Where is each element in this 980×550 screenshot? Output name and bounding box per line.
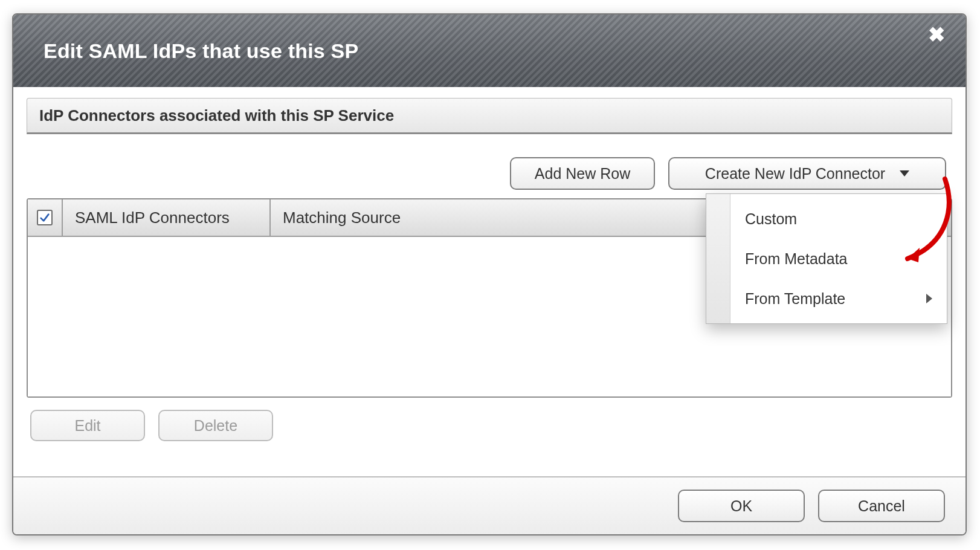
table-header-select-all[interactable] — [28, 199, 63, 236]
cancel-button[interactable]: Cancel — [818, 490, 945, 522]
create-connector-menu: Custom From Metadata From Template — [706, 193, 947, 324]
menu-item-from-template[interactable]: From Template — [730, 279, 947, 319]
section-heading-label: IdP Connectors associated with this SP S… — [39, 106, 394, 125]
delete-button[interactable]: Delete — [158, 410, 273, 441]
menu-item-label: From Metadata — [745, 250, 848, 268]
chevron-right-icon — [926, 294, 932, 303]
dialog-title: Edit SAML IdPs that use this SP — [44, 39, 358, 63]
close-icon[interactable]: ✖ — [926, 25, 947, 47]
ok-button[interactable]: OK — [678, 490, 805, 522]
chevron-down-icon — [900, 170, 909, 176]
ok-button-label: OK — [730, 497, 752, 515]
add-new-row-label: Add New Row — [535, 165, 630, 183]
create-new-idp-connector-label: Create New IdP Connector — [705, 165, 885, 183]
add-new-row-button[interactable]: Add New Row — [510, 157, 655, 190]
delete-button-label: Delete — [194, 417, 237, 435]
dialog-footer: OK Cancel — [13, 476, 965, 534]
checkbox-icon[interactable] — [37, 210, 53, 225]
cancel-button-label: Cancel — [858, 497, 905, 515]
menu-item-custom[interactable]: Custom — [730, 199, 947, 239]
create-new-idp-connector-button[interactable]: Create New IdP Connector — [668, 157, 946, 190]
edit-button-label: Edit — [74, 417, 100, 435]
menu-item-from-metadata[interactable]: From Metadata — [730, 239, 947, 279]
table-header-label: SAML IdP Connectors — [75, 209, 230, 227]
menu-list: Custom From Metadata From Template — [730, 194, 947, 323]
toolbar: Add New Row Create New IdP Connector Cus… — [27, 157, 952, 190]
menu-gutter — [706, 194, 730, 323]
dialog-body: IdP Connectors associated with this SP S… — [13, 87, 965, 441]
dialog-titlebar: Edit SAML IdPs that use this SP ✖ — [13, 15, 965, 87]
table-header-connectors[interactable]: SAML IdP Connectors — [63, 199, 271, 236]
dialog: Edit SAML IdPs that use this SP ✖ IdP Co… — [12, 13, 967, 535]
menu-item-label: From Template — [745, 290, 845, 308]
table-header-label: Matching Source — [283, 209, 401, 227]
row-actions: Edit Delete — [27, 410, 952, 441]
edit-button[interactable]: Edit — [30, 410, 145, 441]
section-heading: IdP Connectors associated with this SP S… — [27, 98, 952, 134]
menu-item-label: Custom — [745, 210, 797, 228]
